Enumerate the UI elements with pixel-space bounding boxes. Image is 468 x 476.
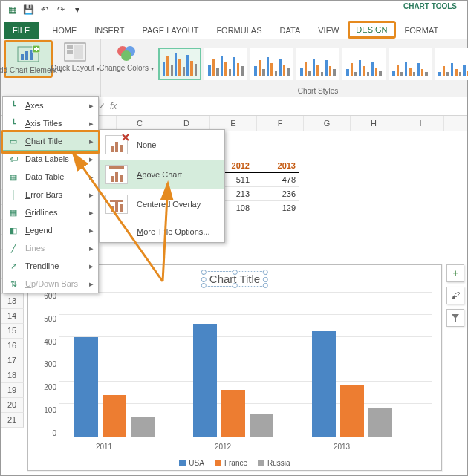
chart-bar[interactable] — [312, 331, 336, 437]
chart-styles-label: Chart Styles — [298, 87, 338, 95]
chart-styles-gallery[interactable] — [155, 40, 468, 87]
sub-above-chart[interactable]: Above Chart — [100, 160, 224, 189]
y-axis: 6005004003002001000 — [34, 292, 56, 437]
cell-value[interactable]: 478 — [253, 173, 299, 187]
undo-icon[interactable]: ↶ — [38, 3, 51, 16]
chart-filters-button[interactable] — [446, 309, 464, 327]
column-header[interactable]: E — [210, 116, 257, 131]
chart-bar[interactable] — [193, 324, 217, 437]
tab-data[interactable]: DATA — [271, 22, 310, 39]
chart-legend[interactable]: USA France Russia — [28, 459, 441, 467]
qat-more-icon[interactable]: ▾ — [71, 3, 84, 16]
chart-style-thumb[interactable] — [158, 48, 201, 80]
chart-bar[interactable] — [250, 414, 273, 437]
embedded-chart[interactable]: Chart Title 6005004003002001000 20112012… — [27, 264, 442, 471]
chart-style-thumb[interactable] — [250, 48, 293, 80]
chart-style-thumb[interactable] — [342, 48, 386, 80]
redo-icon[interactable]: ↷ — [54, 3, 68, 16]
column-header[interactable]: G — [304, 116, 351, 131]
chart-style-thumb[interactable] — [389, 48, 432, 80]
menu-legend[interactable]: ◧Legend▸ — [3, 221, 98, 239]
column-header[interactable]: D — [163, 116, 210, 131]
chart-bar[interactable] — [368, 408, 392, 437]
none-icon — [105, 135, 128, 154]
chart-style-thumb[interactable] — [296, 48, 339, 80]
column-header[interactable]: I — [397, 116, 444, 131]
x-category-label: 2011 — [45, 443, 163, 451]
sub-none[interactable]: None — [100, 130, 224, 160]
menu-data-labels[interactable]: 🏷Data Labels▸ — [3, 150, 98, 168]
column-header[interactable]: F — [257, 116, 304, 131]
menu-gridlines[interactable]: ▦Gridlines▸ — [3, 203, 98, 221]
save-icon[interactable]: 💾 — [22, 3, 35, 16]
tab-home[interactable]: HOME — [43, 22, 85, 39]
row-header[interactable]: 20 — [1, 398, 24, 413]
tab-design[interactable]: DESIGN — [351, 22, 391, 38]
menu-chart-title[interactable]: ▭Chart Title▸ — [2, 131, 99, 151]
chart-bar[interactable] — [103, 395, 126, 437]
row-header[interactable]: 19 — [1, 383, 24, 398]
chart-style-thumb[interactable] — [435, 48, 468, 80]
row-header[interactable]: 15 — [1, 324, 24, 339]
above-chart-icon — [105, 165, 128, 184]
chart-tools-label: CHART TOOLS — [403, 2, 457, 10]
ribbon: Add Chart Element ▾ Quick Layout ▾ Chang… — [1, 39, 467, 97]
centered-overlay-icon — [105, 195, 128, 214]
excel-icon: ▦ — [5, 3, 19, 16]
change-colors-button[interactable]: Change Colors ▾ — [104, 40, 149, 74]
menu-trendline[interactable]: ↗Trendline▸ — [3, 257, 98, 275]
add-chart-element-icon — [16, 44, 40, 65]
enter-icon[interactable]: ✓ — [98, 101, 105, 111]
svg-rect-2 — [25, 51, 28, 60]
chart-title[interactable]: Chart Title — [203, 271, 267, 287]
cell-value[interactable]: 129 — [253, 201, 299, 215]
chart-styles-button[interactable]: 🖌 — [446, 287, 464, 304]
sub-centered-overlay[interactable]: Centered Overlay — [100, 189, 224, 219]
ribbon-tabs: FILE HOME INSERT PAGE LAYOUT FORMULAS DA… — [1, 19, 467, 39]
menu-error-bars[interactable]: ┼Error Bars▸ — [3, 186, 98, 203]
row-header[interactable]: 18 — [1, 368, 24, 383]
add-chart-element-button[interactable]: Add Chart Element ▾ — [4, 40, 53, 78]
chart-bar[interactable] — [340, 385, 364, 437]
title-bar: ▦ 💾 ↶ ↷ ▾ CHART TOOLS — [1, 1, 467, 19]
sub-more-title-options[interactable]: More Title Options... — [100, 223, 224, 242]
row-header[interactable]: 21 — [1, 413, 24, 428]
row-header[interactable]: 13 — [1, 294, 24, 309]
chart-title-icon: ▭ — [7, 135, 19, 147]
menu-updown-bars: ⇅Up/Down Bars▸ — [3, 275, 98, 293]
svg-rect-3 — [30, 50, 33, 60]
cell-header-2013[interactable]: 2013 — [253, 159, 299, 173]
updown-icon: ⇅ — [7, 278, 19, 290]
chart-bar[interactable] — [221, 390, 245, 437]
menu-axes[interactable]: ┗Axes▸ — [3, 97, 98, 114]
quick-layout-button[interactable]: Quick Layout ▾ — [53, 40, 97, 74]
tab-page-layout[interactable]: PAGE LAYOUT — [133, 22, 207, 39]
plot-area[interactable]: 6005004003002001000 201120122013 — [59, 292, 432, 437]
tab-formulas[interactable]: FORMULAS — [207, 22, 270, 39]
legend-icon: ◧ — [7, 224, 19, 236]
change-colors-label: Change Colors ▾ — [99, 64, 154, 72]
column-header[interactable]: C — [117, 116, 163, 131]
x-category-label: 2012 — [163, 443, 282, 451]
chart-title-submenu: None Above Chart Centered Overlay More T… — [99, 129, 225, 243]
gridlines-icon: ▦ — [7, 206, 19, 218]
column-header[interactable]: H — [351, 116, 397, 131]
tab-file[interactable]: FILE — [4, 22, 39, 39]
lines-icon: ╱ — [7, 242, 19, 254]
cell-value[interactable]: 236 — [253, 187, 299, 201]
menu-data-table[interactable]: ▦Data Table▸ — [3, 168, 98, 186]
chart-bar[interactable] — [74, 337, 98, 437]
chart-elements-button[interactable]: + — [446, 264, 464, 282]
tab-view[interactable]: VIEW — [309, 22, 348, 39]
row-header[interactable]: 14 — [1, 309, 24, 324]
tab-insert[interactable]: INSERT — [85, 22, 133, 39]
chart-bar[interactable] — [131, 417, 155, 438]
fx-icon[interactable]: fx — [110, 101, 117, 111]
row-header[interactable]: 16 — [1, 339, 24, 353]
tab-format[interactable]: FORMAT — [396, 22, 448, 39]
menu-axis-titles[interactable]: ┗Axis Titles▸ — [3, 114, 98, 132]
axes-icon: ┗ — [7, 100, 19, 111]
quick-layout-icon — [63, 42, 87, 62]
chart-style-thumb[interactable] — [204, 48, 247, 80]
row-header[interactable]: 17 — [1, 353, 24, 368]
